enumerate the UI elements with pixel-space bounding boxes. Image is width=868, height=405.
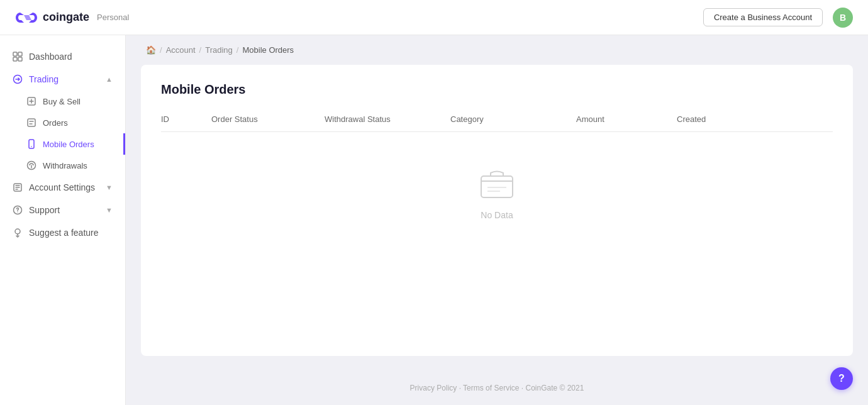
create-business-button[interactable]: Create a Business Account: [703, 8, 823, 26]
content-area: Mobile Orders ID Order Status Withdrawal…: [141, 65, 853, 356]
footer-terms[interactable]: Terms of Service: [463, 384, 519, 392]
col-created: Created: [677, 114, 833, 124]
sidebar-label-buy-sell: Buy & Sell: [43, 97, 81, 106]
main-content: 🏠 / Account / Trading / Mobile Orders Mo…: [126, 35, 868, 405]
svg-rect-1: [18, 52, 22, 56]
breadcrumb-account[interactable]: Account: [166, 45, 196, 55]
no-data-icon: [478, 170, 516, 203]
sidebar: Dashboard Trading ▲ Buy & Sell Orders: [0, 35, 126, 405]
trading-chevron-icon: ▲: [106, 75, 113, 83]
col-category: Category: [450, 114, 576, 124]
support-chevron-icon: ▼: [106, 206, 113, 214]
no-data-area: No Data: [161, 132, 833, 258]
help-button[interactable]: ?: [830, 367, 853, 390]
svg-rect-14: [481, 176, 513, 197]
sidebar-label-mobile-orders: Mobile Orders: [43, 140, 94, 149]
breadcrumb-current: Mobile Orders: [242, 45, 294, 55]
trading-icon: [13, 74, 23, 84]
svg-rect-2: [13, 57, 17, 61]
svg-rect-0: [13, 52, 17, 56]
orders-icon: [26, 118, 36, 128]
withdrawals-icon: [26, 160, 36, 170]
sidebar-label-trading: Trading: [29, 74, 58, 84]
buy-sell-icon: [26, 96, 36, 106]
svg-rect-6: [28, 119, 35, 126]
sidebar-item-suggest-feature[interactable]: Suggest a feature: [0, 221, 125, 244]
mobile-orders-icon: [26, 139, 36, 149]
svg-point-13: [15, 229, 20, 234]
home-icon[interactable]: 🏠: [146, 45, 156, 55]
logo-icon: [15, 10, 38, 25]
table-header: ID Order Status Withdrawal Status Catego…: [161, 114, 833, 132]
layout: Dashboard Trading ▲ Buy & Sell Orders: [0, 35, 868, 405]
sidebar-item-account-settings[interactable]: Account Settings ▼: [0, 176, 125, 199]
support-icon: [13, 205, 23, 215]
sidebar-label-support: Support: [29, 205, 60, 215]
sidebar-item-buy-sell[interactable]: Buy & Sell: [0, 91, 125, 112]
sidebar-item-support[interactable]: Support ▼: [0, 199, 125, 221]
logo-text: coingate: [43, 11, 89, 24]
col-order-status: Order Status: [211, 114, 325, 124]
header-left: coingate Personal: [15, 10, 129, 25]
breadcrumb-trading[interactable]: Trading: [205, 45, 233, 55]
personal-badge: Personal: [97, 13, 129, 22]
footer-brand: CoinGate © 2021: [525, 384, 584, 392]
avatar[interactable]: B: [833, 8, 853, 28]
sidebar-item-withdrawals[interactable]: Withdrawals: [0, 155, 125, 176]
footer-privacy[interactable]: Privacy Policy: [410, 384, 457, 392]
suggest-icon: [13, 228, 23, 238]
settings-icon: [13, 182, 23, 192]
footer-sep1: ·: [459, 384, 461, 392]
col-withdrawal-status: Withdrawal Status: [325, 114, 450, 124]
col-id: ID: [161, 114, 211, 124]
col-amount: Amount: [576, 114, 677, 124]
page-title: Mobile Orders: [161, 82, 833, 97]
sidebar-label-dashboard: Dashboard: [29, 52, 72, 62]
sidebar-item-orders[interactable]: Orders: [0, 112, 125, 133]
svg-rect-3: [18, 57, 22, 61]
header: coingate Personal Create a Business Acco…: [0, 0, 868, 35]
sidebar-label-orders: Orders: [43, 118, 68, 128]
sidebar-item-mobile-orders[interactable]: Mobile Orders: [0, 133, 125, 155]
dashboard-icon: [13, 52, 23, 62]
mobile-orders-table: ID Order Status Withdrawal Status Catego…: [161, 114, 833, 258]
breadcrumb: 🏠 / Account / Trading / Mobile Orders: [126, 35, 868, 65]
footer: Privacy Policy · Terms of Service · Coin…: [126, 371, 868, 405]
sidebar-item-dashboard[interactable]: Dashboard: [0, 45, 125, 68]
svg-point-8: [31, 146, 32, 147]
svg-point-12: [17, 211, 18, 212]
header-right: Create a Business Account B: [703, 8, 853, 28]
no-data-text: No Data: [481, 210, 513, 220]
logo: coingate: [15, 10, 89, 25]
account-settings-chevron-icon: ▼: [106, 184, 113, 191]
sidebar-label-withdrawals: Withdrawals: [43, 161, 87, 170]
sidebar-label-suggest-feature: Suggest a feature: [29, 228, 99, 238]
sidebar-label-account-settings: Account Settings: [29, 182, 95, 192]
sidebar-item-trading[interactable]: Trading ▲: [0, 68, 125, 91]
svg-rect-7: [29, 140, 34, 148]
